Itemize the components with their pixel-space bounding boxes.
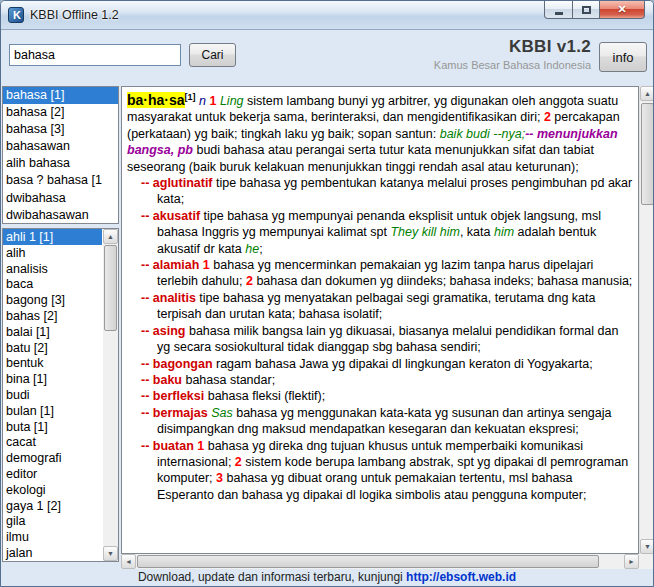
list-item[interactable]: alih bahasa — [3, 155, 118, 172]
list-item[interactable]: ahli 1 [1] — [3, 229, 102, 245]
subentry-paragraph: -- bermajas Sas bahasa yg menggunakan ka… — [127, 405, 633, 438]
secondary-list[interactable]: ahli 1 [1]alihanalisisbacabagong [3]baha… — [2, 228, 119, 562]
list-item[interactable]: batu [2] — [3, 340, 102, 356]
list-item[interactable]: bahasa [2] — [3, 104, 118, 121]
list-item[interactable]: ekologi — [3, 482, 102, 498]
subentry-paragraph: -- analitis tipe bahasa yg menyatakan pe… — [127, 290, 633, 323]
list-item[interactable]: bahas [2] — [3, 308, 102, 324]
list-item[interactable]: bahasawan — [3, 138, 118, 155]
scroll-down-icon[interactable]: ▼ — [640, 539, 654, 554]
seg-example: he — [245, 242, 259, 256]
minimize-button[interactable] — [544, 1, 573, 19]
list-item[interactable]: bina [1] — [3, 371, 102, 387]
secondary-list-scrollbar-thumb[interactable] — [104, 245, 117, 331]
titlebar[interactable]: KBBI Offline 1.2 ✕ — [1, 1, 653, 30]
seg-subhead: -- analitis — [141, 291, 196, 305]
seg-plain: tipe bahasa yg menyatakan pelbagai segi … — [157, 291, 595, 321]
footer-text: Download, update dan informasi terbaru, … — [138, 570, 406, 584]
list-item[interactable]: basa ? bahasa [1 — [3, 172, 118, 189]
list-item[interactable]: buta [1] — [3, 419, 102, 435]
scroll-down-icon[interactable]: ▼ — [103, 546, 118, 561]
seg-subhead: -- aglutinatif — [141, 176, 213, 190]
seg-plain: , kata — [460, 225, 494, 239]
subentry-paragraph: -- berfleksi bahasa fleksi (flektif); — [127, 388, 633, 404]
definition-panel[interactable]: ba·ha·sa[1] n 1 Ling sistem lambang buny… — [121, 86, 639, 554]
list-item[interactable]: alih — [3, 245, 102, 261]
seg-subhead: -- bagongan — [141, 357, 213, 371]
seg-label: Ling — [220, 94, 247, 108]
definition-scrollbar-vertical[interactable]: ▲ ▼ — [639, 86, 654, 554]
seg-num: 2 — [544, 110, 554, 124]
brand-block: KBBI v1.2 Kamus Besar Bahasa Indonesia — [434, 37, 591, 71]
seg-example: baik budi --nya; — [440, 127, 525, 141]
app-window: KBBI Offline 1.2 ✕ Cari KBBI v1.2 Kamus … — [0, 0, 654, 587]
seg-num: 1 — [209, 94, 219, 108]
app-icon — [8, 7, 24, 23]
seg-subhead: -- akusatif — [141, 209, 200, 223]
list-item[interactable]: bentuk — [3, 355, 102, 371]
definition-scrollbar-horizontal[interactable]: ◄ ► — [121, 554, 639, 569]
list-item[interactable]: bagong [3] — [3, 292, 102, 308]
seg-plain: bahasa milik bangsa lain yg dikuasai, bi… — [157, 324, 618, 354]
footer-link[interactable]: http://ebsoft.web.id — [406, 570, 516, 584]
scroll-left-icon[interactable]: ◄ — [121, 554, 136, 569]
seg-label: Sas — [211, 406, 236, 420]
list-item[interactable]: bahasa [3] — [3, 121, 118, 138]
seg-pos: n — [196, 94, 210, 108]
search-input[interactable] — [9, 44, 181, 66]
maximize-icon — [582, 6, 591, 14]
list-item[interactable]: balai [1] — [3, 324, 102, 340]
seg-headword: ba·ha·sa — [127, 92, 185, 108]
seg-plain: ; — [259, 242, 262, 256]
secondary-list-items: ahli 1 [1]alihanalisisbacabagong [3]baha… — [3, 229, 102, 561]
scroll-up-icon[interactable]: ▲ — [640, 86, 654, 101]
primary-list-items: bahasa [1]bahasa [2]bahasa [3]bahasawana… — [3, 87, 118, 224]
seg-example: him — [494, 225, 514, 239]
list-item[interactable]: dwibahasa — [3, 190, 118, 207]
list-item[interactable]: gaya 1 [2] — [3, 498, 102, 514]
list-item[interactable]: editor — [3, 466, 102, 482]
secondary-list-scrollbar[interactable]: ▲ ▼ — [103, 229, 118, 561]
subentry-paragraph: -- alamiah 1 bahasa yg mencerminkan pema… — [127, 257, 633, 290]
seg-subhead: -- buatan — [141, 439, 194, 453]
close-icon: ✕ — [617, 3, 626, 16]
list-item[interactable]: analisis — [3, 261, 102, 277]
subentry-paragraph: -- aglutinatif tipe bahasa yg pembentuka… — [127, 175, 633, 208]
list-item[interactable]: demografi — [3, 450, 102, 466]
scroll-up-icon[interactable]: ▲ — [103, 229, 118, 244]
search-button[interactable]: Cari — [189, 43, 236, 67]
seg-subhead: -- asing — [141, 324, 185, 338]
list-item[interactable]: cacat — [3, 434, 102, 450]
app-title: KBBI v1.2 — [434, 37, 591, 57]
seg-subhead: -- baku — [141, 373, 182, 387]
seg-plain: bahasa standar; — [182, 373, 275, 387]
seg-plain: tipe bahasa yg pembentukan katanya melal… — [157, 176, 632, 206]
list-item[interactable]: baca — [3, 276, 102, 292]
info-button[interactable]: info — [599, 42, 647, 72]
definition-scrollbar-thumb[interactable] — [641, 103, 654, 205]
list-item[interactable]: ilmu — [3, 529, 102, 545]
window-title: KBBI Offline 1.2 — [30, 8, 119, 22]
list-item[interactable]: jalan — [3, 545, 102, 561]
scroll-right-icon[interactable]: ► — [624, 554, 639, 569]
list-item[interactable]: bulan [1] — [3, 403, 102, 419]
definition-paragraph: ba·ha·sa[1] n 1 Ling sistem lambang buny… — [127, 89, 633, 175]
seg-subhead: -- alamiah — [141, 258, 199, 272]
list-item[interactable]: bahasa [1] — [3, 87, 118, 104]
seg-num: 1 — [203, 258, 213, 272]
seg-num: 2 — [235, 455, 245, 469]
window-controls: ✕ — [544, 1, 645, 19]
definition-hscrollbar-thumb[interactable] — [137, 555, 599, 568]
subentry-paragraph: -- bagongan ragam bahasa Jawa yg dipakai… — [127, 356, 633, 372]
list-item[interactable]: gila — [3, 513, 102, 529]
seg-subhead: -- berfleksi — [141, 389, 204, 403]
close-button[interactable]: ✕ — [600, 1, 645, 19]
seg-plain: bahasa fleksi (flektif); — [204, 389, 325, 403]
subentry-paragraph: -- asing bahasa milik bangsa lain yg dik… — [127, 323, 633, 356]
subentry-paragraph: -- akusatif tipe bahasa yg mempunyai pen… — [127, 208, 633, 257]
list-item[interactable]: dwibahasawan — [3, 207, 118, 224]
definition-body: ba·ha·sa[1] n 1 Ling sistem lambang buny… — [127, 89, 633, 503]
primary-list[interactable]: bahasa [1]bahasa [2]bahasa [3]bahasawana… — [2, 86, 119, 224]
maximize-button[interactable] — [573, 1, 600, 19]
list-item[interactable]: budi — [3, 387, 102, 403]
